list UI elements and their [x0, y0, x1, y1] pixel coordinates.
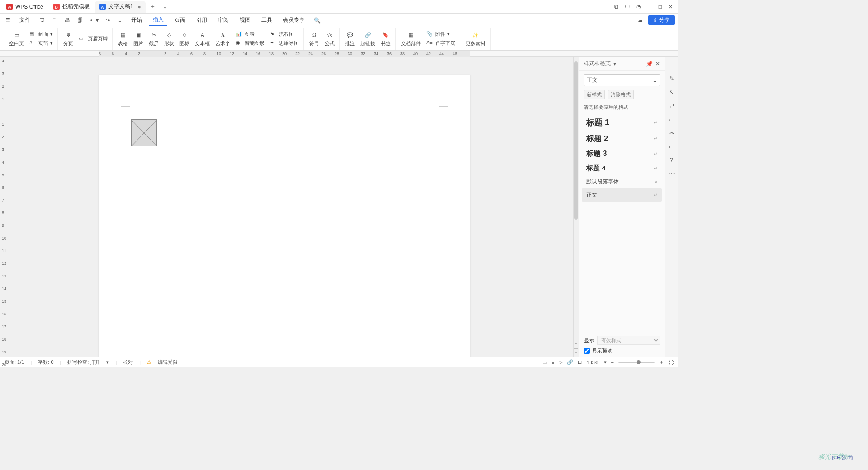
- preview-checkbox-input[interactable]: [584, 348, 590, 354]
- zoom-in-button[interactable]: ＋: [659, 359, 664, 366]
- ribbon-comment[interactable]: 💬批注: [343, 29, 357, 48]
- help-icon[interactable]: ?: [670, 156, 674, 164]
- style-heading2[interactable]: 标题 2↵: [582, 131, 662, 146]
- style-heading4[interactable]: 标题 4↵: [582, 161, 662, 175]
- ribbon-cover[interactable]: ▤封面 ▾: [28, 30, 55, 38]
- nav-tool-icon[interactable]: ⬚: [669, 116, 675, 123]
- undo-icon[interactable]: ↶ ▾: [88, 16, 100, 24]
- status-editlimit[interactable]: 编辑受限: [158, 359, 178, 366]
- print-icon[interactable]: 🖶: [63, 16, 72, 24]
- zoom-value[interactable]: 133%: [586, 360, 599, 365]
- ribbon-more[interactable]: ✨更多素材: [464, 29, 487, 48]
- ribbon-wordart[interactable]: 𝐀艺术字: [213, 29, 232, 48]
- menu-view[interactable]: 视图: [236, 14, 254, 26]
- new-style-button[interactable]: 新样式: [584, 90, 605, 99]
- status-proof[interactable]: 校对: [123, 359, 133, 366]
- scroll-down-icon[interactable]: ▼: [573, 351, 579, 355]
- view-web-icon[interactable]: ▷: [559, 359, 562, 365]
- style-body[interactable]: 正文↵: [582, 188, 662, 202]
- style-default-font[interactable]: 默认段落字体a: [582, 175, 662, 188]
- ribbon-shape[interactable]: ◇形状: [162, 29, 176, 48]
- ribbon-dropcap[interactable]: A≡首字下沉: [425, 39, 457, 47]
- fit-icon[interactable]: ⊡: [578, 359, 582, 365]
- edit-tool-icon[interactable]: ✎: [669, 75, 675, 82]
- view-print-icon[interactable]: ▭: [542, 359, 547, 365]
- inserted-rectangle-shape[interactable]: [131, 119, 157, 146]
- settings-tool-icon[interactable]: ⇄: [669, 102, 675, 109]
- current-style-select[interactable]: 正文 ⌄: [584, 74, 660, 86]
- search-icon[interactable]: 🔍: [312, 16, 322, 24]
- pin-icon[interactable]: 📌: [646, 61, 653, 67]
- menu-tools[interactable]: 工具: [258, 14, 276, 26]
- status-page[interactable]: 页面: 1/1: [5, 359, 24, 366]
- ribbon-blank-page[interactable]: ▭空白页: [7, 29, 26, 48]
- ribbon-smartart[interactable]: ◉智能图形: [234, 39, 266, 47]
- preview-checkbox[interactable]: 显示预览: [584, 348, 660, 354]
- ribbon-chart[interactable]: 📊图表: [234, 30, 266, 38]
- view-read-icon[interactable]: 🔗: [567, 359, 573, 365]
- show-select[interactable]: 有效样式: [597, 336, 660, 345]
- ribbon-equation[interactable]: √x公式: [323, 29, 336, 48]
- clear-format-button[interactable]: 清除格式: [608, 90, 634, 99]
- tab-add-button[interactable]: ＋: [146, 1, 159, 12]
- document-canvas[interactable]: [8, 57, 573, 357]
- page[interactable]: [99, 75, 470, 357]
- zoom-out-button[interactable]: −: [611, 360, 614, 365]
- menu-page[interactable]: 页面: [171, 14, 189, 26]
- print-preview-icon[interactable]: 🗋: [50, 16, 59, 24]
- style-heading1[interactable]: 标题 1↵: [582, 114, 662, 131]
- user-icon[interactable]: ◔: [636, 4, 641, 10]
- vertical-ruler[interactable]: 4321123456789101112131415161718192021222…: [0, 57, 8, 357]
- ribbon-screenshot[interactable]: ✂截屏: [147, 29, 160, 48]
- scrollbar-thumb[interactable]: [574, 61, 578, 220]
- ribbon-hyperlink[interactable]: 🔗超链接: [359, 29, 377, 48]
- page-tool-icon[interactable]: ▭: [669, 143, 675, 150]
- scroll-up-icon[interactable]: ▲: [573, 341, 579, 345]
- print2-icon[interactable]: 🗐: [75, 16, 85, 24]
- redo-icon[interactable]: ↷: [104, 16, 112, 24]
- tab-template[interactable]: D 找稻壳模板: [49, 1, 94, 13]
- ribbon-bookmark[interactable]: 🔖书签: [379, 29, 392, 48]
- ribbon-table[interactable]: ▦表格: [116, 29, 130, 48]
- zoom-knob[interactable]: [637, 360, 641, 364]
- ribbon-headerfooter[interactable]: ▭页眉页脚: [77, 35, 109, 43]
- menu-member[interactable]: 会员专享: [279, 14, 308, 26]
- status-words[interactable]: 字数: 0: [38, 359, 53, 366]
- chevron-down-icon[interactable]: ⌄: [116, 16, 124, 24]
- zoom-slider[interactable]: [618, 362, 655, 363]
- save-icon[interactable]: 🖫: [38, 16, 47, 24]
- file-menu[interactable]: 文件: [16, 14, 34, 26]
- tab-app[interactable]: W WPS Office: [2, 1, 48, 13]
- ribbon-flowchart[interactable]: ⬊流程图: [268, 30, 301, 38]
- hamburger-icon[interactable]: ☰: [4, 16, 12, 24]
- ribbon-mindmap[interactable]: ✦思维导图: [268, 39, 301, 47]
- close-button[interactable]: ✕: [668, 4, 673, 10]
- share-button[interactable]: ⇪ 分享: [648, 15, 675, 25]
- ribbon-symbol[interactable]: Ω符号: [307, 29, 321, 48]
- minimize-button[interactable]: —: [647, 4, 652, 10]
- close-panel-icon[interactable]: ✕: [656, 61, 660, 67]
- box-icon[interactable]: ⬚: [625, 4, 630, 10]
- ribbon-docparts[interactable]: ▦文档部件: [399, 29, 423, 48]
- horizontal-ruler[interactable]: 8642246810121416182022242628303234363840…: [99, 51, 470, 57]
- cloud-icon[interactable]: ☁: [636, 16, 645, 24]
- tab-dropdown-button[interactable]: ⌄: [159, 2, 171, 12]
- view-outline-icon[interactable]: ≡: [552, 360, 554, 365]
- ribbon-break[interactable]: ⤋分页: [61, 29, 75, 48]
- collapse-icon[interactable]: —: [669, 61, 675, 69]
- select-tool-icon[interactable]: ↖: [669, 89, 675, 96]
- ribbon-picture[interactable]: ▣图片: [132, 29, 145, 48]
- panel-dropdown-icon[interactable]: ▾: [613, 61, 616, 67]
- menu-reference[interactable]: 引用: [193, 14, 211, 26]
- style-heading3[interactable]: 标题 3↵: [582, 146, 662, 161]
- ribbon-textbox[interactable]: A̲文本框: [193, 29, 212, 48]
- ribbon-pagenum[interactable]: #页码 ▾: [28, 39, 55, 47]
- ribbon-icon[interactable]: ☺图标: [178, 29, 191, 48]
- menu-insert[interactable]: 插入: [149, 14, 167, 26]
- status-spellcheck[interactable]: 拼写检查: 打开: [67, 359, 100, 366]
- menu-review[interactable]: 审阅: [214, 14, 232, 26]
- ribbon-attachment[interactable]: 📎附件 ▾: [425, 30, 457, 38]
- maximize-button[interactable]: □: [659, 4, 662, 10]
- tab-close-icon[interactable]: ●: [137, 4, 141, 10]
- tab-document[interactable]: W 文字文稿1 ●: [95, 1, 146, 13]
